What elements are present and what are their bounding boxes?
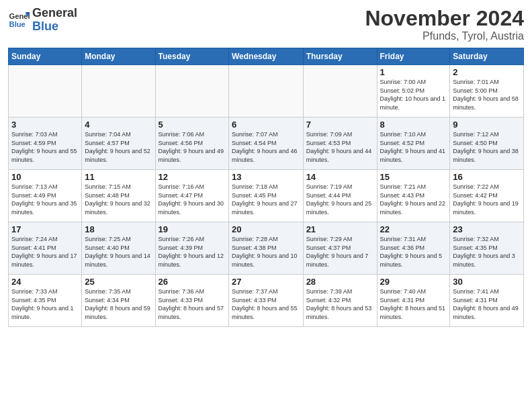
day-number: 1: [380, 67, 447, 77]
day-info: Sunrise: 7:39 AM Sunset: 4:32 PM Dayligh…: [306, 287, 374, 321]
calendar-week-row: 24Sunrise: 7:33 AM Sunset: 4:35 PM Dayli…: [9, 275, 524, 327]
calendar-day-cell: 16Sunrise: 7:22 AM Sunset: 4:42 PM Dayli…: [450, 170, 524, 222]
calendar-day-cell: [82, 65, 155, 118]
day-info: Sunrise: 7:00 AM Sunset: 5:02 PM Dayligh…: [380, 78, 447, 111]
day-info: Sunrise: 7:04 AM Sunset: 4:57 PM Dayligh…: [85, 130, 152, 164]
calendar-day-cell: [9, 65, 82, 118]
day-info: Sunrise: 7:22 AM Sunset: 4:42 PM Dayligh…: [453, 183, 521, 216]
header: General Blue General Blue November 2024 …: [8, 7, 524, 42]
day-info: Sunrise: 7:12 AM Sunset: 4:50 PM Dayligh…: [453, 130, 521, 164]
day-number: 3: [11, 120, 79, 130]
calendar-table: Sunday Monday Tuesday Wednesday Thursday…: [8, 48, 524, 327]
day-number: 15: [380, 172, 447, 182]
calendar-day-cell: 22Sunrise: 7:31 AM Sunset: 4:36 PM Dayli…: [377, 222, 450, 275]
header-tuesday: Tuesday: [155, 48, 228, 65]
calendar-day-cell: 20Sunrise: 7:28 AM Sunset: 4:38 PM Dayli…: [229, 222, 304, 275]
day-info: Sunrise: 7:07 AM Sunset: 4:54 PM Dayligh…: [232, 130, 300, 164]
calendar-week-row: 1Sunrise: 7:00 AM Sunset: 5:02 PM Daylig…: [9, 65, 524, 118]
calendar-day-cell: 21Sunrise: 7:29 AM Sunset: 4:37 PM Dayli…: [303, 222, 377, 275]
day-info: Sunrise: 7:33 AM Sunset: 4:35 PM Dayligh…: [11, 287, 79, 321]
day-info: Sunrise: 7:29 AM Sunset: 4:37 PM Dayligh…: [306, 235, 374, 269]
calendar-day-cell: 9Sunrise: 7:12 AM Sunset: 4:50 PM Daylig…: [450, 118, 524, 170]
day-number: 7: [306, 120, 374, 130]
day-number: 29: [380, 277, 447, 287]
calendar-day-cell: 26Sunrise: 7:36 AM Sunset: 4:33 PM Dayli…: [155, 275, 228, 327]
calendar-day-cell: 1Sunrise: 7:00 AM Sunset: 5:02 PM Daylig…: [377, 65, 450, 118]
calendar-week-row: 17Sunrise: 7:24 AM Sunset: 4:41 PM Dayli…: [9, 222, 524, 275]
calendar-day-cell: 27Sunrise: 7:37 AM Sunset: 4:33 PM Dayli…: [229, 275, 304, 327]
calendar-day-cell: 18Sunrise: 7:25 AM Sunset: 4:40 PM Dayli…: [82, 222, 155, 275]
day-number: 4: [85, 120, 152, 130]
svg-text:Blue: Blue: [9, 19, 26, 28]
day-info: Sunrise: 7:16 AM Sunset: 4:47 PM Dayligh…: [159, 183, 226, 216]
calendar-day-cell: 4Sunrise: 7:04 AM Sunset: 4:57 PM Daylig…: [82, 118, 155, 170]
day-info: Sunrise: 7:36 AM Sunset: 4:33 PM Dayligh…: [159, 287, 226, 321]
location: Pfunds, Tyrol, Austria: [365, 30, 524, 42]
calendar-day-cell: 12Sunrise: 7:16 AM Sunset: 4:47 PM Dayli…: [155, 170, 228, 222]
day-number: 28: [306, 277, 374, 287]
days-header-row: Sunday Monday Tuesday Wednesday Thursday…: [9, 48, 524, 65]
day-number: 14: [306, 172, 374, 182]
day-info: Sunrise: 7:10 AM Sunset: 4:52 PM Dayligh…: [380, 130, 447, 164]
header-monday: Monday: [82, 48, 155, 65]
day-info: Sunrise: 7:28 AM Sunset: 4:38 PM Dayligh…: [232, 235, 300, 269]
day-number: 5: [159, 120, 226, 130]
day-number: 10: [11, 172, 79, 182]
day-number: 27: [232, 277, 300, 287]
day-number: 18: [85, 224, 152, 234]
day-info: Sunrise: 7:25 AM Sunset: 4:40 PM Dayligh…: [85, 235, 152, 269]
calendar-day-cell: [303, 65, 377, 118]
day-info: Sunrise: 7:15 AM Sunset: 4:48 PM Dayligh…: [85, 183, 152, 216]
day-number: 13: [232, 172, 300, 182]
day-info: Sunrise: 7:03 AM Sunset: 4:59 PM Dayligh…: [11, 130, 79, 164]
month-title: November 2024: [365, 7, 524, 30]
calendar-day-cell: 6Sunrise: 7:07 AM Sunset: 4:54 PM Daylig…: [229, 118, 304, 170]
calendar-week-row: 3Sunrise: 7:03 AM Sunset: 4:59 PM Daylig…: [9, 118, 524, 170]
day-info: Sunrise: 7:40 AM Sunset: 4:31 PM Dayligh…: [380, 287, 447, 321]
logo-icon: General Blue: [8, 9, 30, 31]
day-number: 6: [232, 120, 300, 130]
day-number: 12: [159, 172, 226, 182]
day-info: Sunrise: 7:01 AM Sunset: 5:00 PM Dayligh…: [453, 78, 521, 111]
day-number: 17: [11, 224, 79, 234]
day-number: 23: [453, 224, 521, 234]
day-number: 11: [85, 172, 152, 182]
day-number: 30: [453, 277, 521, 287]
day-number: 19: [159, 224, 226, 234]
day-info: Sunrise: 7:21 AM Sunset: 4:43 PM Dayligh…: [380, 183, 447, 216]
day-number: 22: [380, 224, 447, 234]
calendar-day-cell: 14Sunrise: 7:19 AM Sunset: 4:44 PM Dayli…: [303, 170, 377, 222]
day-info: Sunrise: 7:18 AM Sunset: 4:45 PM Dayligh…: [232, 183, 300, 216]
calendar-week-row: 10Sunrise: 7:13 AM Sunset: 4:49 PM Dayli…: [9, 170, 524, 222]
day-number: 26: [159, 277, 226, 287]
day-info: Sunrise: 7:35 AM Sunset: 4:34 PM Dayligh…: [85, 287, 152, 321]
day-number: 21: [306, 224, 374, 234]
calendar-day-cell: 10Sunrise: 7:13 AM Sunset: 4:49 PM Dayli…: [9, 170, 82, 222]
day-info: Sunrise: 7:09 AM Sunset: 4:53 PM Dayligh…: [306, 130, 374, 164]
calendar-day-cell: 29Sunrise: 7:40 AM Sunset: 4:31 PM Dayli…: [377, 275, 450, 327]
day-number: 9: [453, 120, 521, 130]
calendar-day-cell: 3Sunrise: 7:03 AM Sunset: 4:59 PM Daylig…: [9, 118, 82, 170]
day-number: 8: [380, 120, 447, 130]
calendar-day-cell: 19Sunrise: 7:26 AM Sunset: 4:39 PM Dayli…: [155, 222, 228, 275]
calendar-day-cell: 5Sunrise: 7:06 AM Sunset: 4:56 PM Daylig…: [155, 118, 228, 170]
calendar-day-cell: 23Sunrise: 7:32 AM Sunset: 4:35 PM Dayli…: [450, 222, 524, 275]
calendar-day-cell: 2Sunrise: 7:01 AM Sunset: 5:00 PM Daylig…: [450, 65, 524, 118]
calendar-day-cell: 15Sunrise: 7:21 AM Sunset: 4:43 PM Dayli…: [377, 170, 450, 222]
day-info: Sunrise: 7:24 AM Sunset: 4:41 PM Dayligh…: [11, 235, 79, 269]
day-number: 16: [453, 172, 521, 182]
header-thursday: Thursday: [303, 48, 377, 65]
calendar-day-cell: 13Sunrise: 7:18 AM Sunset: 4:45 PM Dayli…: [229, 170, 304, 222]
day-info: Sunrise: 7:26 AM Sunset: 4:39 PM Dayligh…: [159, 235, 226, 269]
calendar-day-cell: 30Sunrise: 7:41 AM Sunset: 4:31 PM Dayli…: [450, 275, 524, 327]
day-number: 2: [453, 67, 521, 77]
day-number: 20: [232, 224, 300, 234]
day-number: 24: [11, 277, 79, 287]
header-friday: Friday: [377, 48, 450, 65]
day-info: Sunrise: 7:31 AM Sunset: 4:36 PM Dayligh…: [380, 235, 447, 269]
day-info: Sunrise: 7:37 AM Sunset: 4:33 PM Dayligh…: [232, 287, 300, 321]
calendar-day-cell: 17Sunrise: 7:24 AM Sunset: 4:41 PM Dayli…: [9, 222, 82, 275]
header-sunday: Sunday: [9, 48, 82, 65]
day-info: Sunrise: 7:32 AM Sunset: 4:35 PM Dayligh…: [453, 235, 521, 269]
calendar-day-cell: 11Sunrise: 7:15 AM Sunset: 4:48 PM Dayli…: [82, 170, 155, 222]
